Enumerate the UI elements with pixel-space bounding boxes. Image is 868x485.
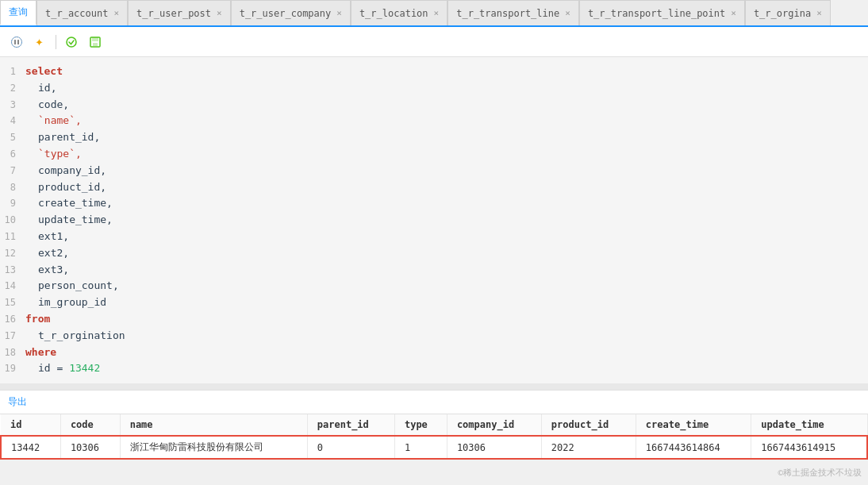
editor-line: 10update_time, — [0, 212, 868, 229]
editor-line: 4`name`, — [0, 113, 868, 129]
svg-rect-2 — [14, 40, 16, 44]
editor-line: 9create_time, — [0, 195, 868, 212]
line-number: 16 — [3, 312, 25, 327]
toolbar-separator — [56, 35, 56, 49]
line-number: 14 — [3, 279, 25, 294]
tab-label: t_r_transport_line_point — [588, 8, 725, 19]
column-header-name: name — [120, 414, 307, 436]
tab-tab-transport-line-point[interactable]: t_r_transport_line_point× — [579, 0, 745, 25]
tab-close-icon[interactable]: × — [113, 8, 119, 18]
line-number: 18 — [3, 345, 25, 360]
tab-label: t_r_orgina — [754, 8, 811, 19]
editor-line: 2id, — [0, 80, 868, 97]
editor-line: 6`type`, — [0, 146, 868, 163]
line-number: 8 — [3, 180, 25, 195]
line-number: 9 — [3, 196, 25, 211]
line-number: 15 — [3, 295, 25, 310]
line-content: from — [25, 311, 865, 328]
tab-tab-orgination[interactable]: t_r_orgina× — [745, 0, 831, 25]
tab-bar: 查询t_r_account×t_r_user_post×t_r_user_com… — [0, 0, 868, 27]
editor-line: 19id = 13442 — [0, 360, 868, 377]
sparkle-button[interactable]: ✦ — [32, 33, 49, 51]
column-header-update_time: update_time — [751, 414, 867, 436]
tab-tab-location[interactable]: t_r_location× — [351, 0, 447, 25]
editor-line: 13ext3, — [0, 262, 868, 279]
line-content: product_id, — [25, 179, 865, 196]
line-number: 6 — [3, 147, 25, 162]
cell-id: 13442 — [1, 436, 60, 459]
line-content: ext3, — [25, 262, 865, 279]
result-table-wrap: idcodenameparent_idtypecompany_idproduct… — [0, 414, 868, 460]
export-link[interactable]: 导出 — [8, 395, 27, 409]
tab-close-icon[interactable]: × — [336, 8, 342, 18]
line-number: 1 — [3, 64, 25, 79]
column-header-company_id: company_id — [447, 414, 541, 436]
sql-editor[interactable]: 1select2id,3code,4`name`,5parent_id,6`ty… — [0, 57, 868, 383]
table-row: 1344210306浙江华甸防雷科技股份有限公司0110306202216674… — [1, 436, 867, 459]
tab-label: t_r_location — [359, 8, 428, 19]
line-content: select — [25, 64, 865, 80]
svg-point-5 — [67, 37, 76, 47]
export-bar: 导出 — [0, 391, 868, 414]
results-section: 导出 idcodenameparent_idtypecompany_idprod… — [0, 390, 868, 460]
line-number: 10 — [3, 213, 25, 228]
tab-close-icon[interactable]: × — [731, 8, 736, 18]
tab-label: t_r_transport_line — [456, 8, 559, 19]
editor-line: 15im_group_id — [0, 294, 868, 311]
result-table: idcodenameparent_idtypecompany_idproduct… — [0, 414, 868, 460]
editor-line: 3code, — [0, 97, 868, 114]
cell-update_time: 1667443614915 — [751, 436, 867, 459]
editor-line: 14person_count, — [0, 278, 868, 294]
tab-tab-account[interactable]: t_r_account× — [36, 0, 128, 25]
tab-label: t_r_user_post — [136, 8, 211, 19]
check-button[interactable] — [63, 33, 80, 51]
tab-tab-user-company[interactable]: t_r_user_company× — [231, 0, 351, 25]
tab-tab-query[interactable]: 查询 — [0, 0, 36, 25]
tab-close-icon[interactable]: × — [434, 8, 440, 18]
run-button[interactable] — [8, 33, 25, 51]
line-content: id, — [25, 80, 865, 97]
svg-rect-3 — [17, 40, 19, 44]
tab-close-icon[interactable]: × — [217, 8, 222, 18]
save-button[interactable] — [86, 33, 104, 51]
line-number: 11 — [3, 229, 25, 244]
line-number: 12 — [3, 246, 25, 261]
tab-label: t_r_account — [45, 8, 108, 19]
column-header-parent_id: parent_id — [307, 414, 394, 436]
line-number: 3 — [3, 98, 25, 113]
editor-line: 1select — [0, 64, 868, 80]
tab-tab-user-post[interactable]: t_r_user_post× — [128, 0, 231, 25]
cell-company_id: 10306 — [447, 436, 541, 459]
line-number: 5 — [3, 130, 25, 145]
column-header-code: code — [60, 414, 120, 436]
cell-product_id: 2022 — [541, 436, 636, 459]
svg-text:✦: ✦ — [35, 37, 44, 48]
column-header-product_id: product_id — [541, 414, 636, 436]
editor-line: 12ext2, — [0, 245, 868, 262]
toolbar: ✦ — [0, 27, 868, 57]
line-content: t_r_orgination — [25, 328, 865, 345]
line-content: company_id, — [25, 163, 865, 179]
tab-tab-transport-line[interactable]: t_r_transport_line× — [447, 0, 579, 25]
svg-rect-8 — [93, 43, 98, 46]
line-number: 13 — [3, 263, 25, 278]
tab-close-icon[interactable]: × — [816, 8, 822, 18]
line-content: person_count, — [25, 278, 865, 294]
line-content: ext2, — [25, 245, 865, 262]
editor-line: 5parent_id, — [0, 129, 868, 146]
cell-create_time: 1667443614864 — [636, 436, 751, 459]
column-header-id: id — [1, 414, 60, 436]
svg-rect-7 — [92, 37, 98, 41]
editor-line: 17t_r_orgination — [0, 328, 868, 345]
line-content: where — [25, 345, 865, 361]
cell-type: 1 — [394, 436, 447, 459]
line-number: 2 — [3, 81, 25, 96]
line-content: `name`, — [25, 113, 865, 129]
line-content: ext1, — [25, 229, 865, 245]
tab-label: t_r_user_company — [240, 8, 332, 19]
cell-name: 浙江华甸防雷科技股份有限公司 — [120, 436, 307, 459]
tab-close-icon[interactable]: × — [565, 8, 570, 18]
editor-line: 18where — [0, 345, 868, 361]
tab-label: 查询 — [9, 6, 28, 19]
line-content: code, — [25, 97, 865, 114]
